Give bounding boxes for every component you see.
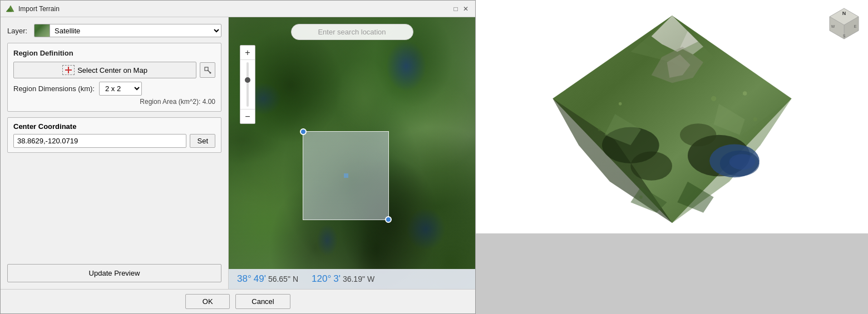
- select-center-label: Select Center on Map: [77, 66, 147, 74]
- layer-select-wrapper: Satellite: [34, 24, 221, 37]
- svg-point-22: [630, 152, 672, 181]
- select-center-row: Select Center on Map: [13, 62, 215, 78]
- coord-lon-deg: 120°: [312, 273, 331, 285]
- layer-thumbnail: [34, 24, 50, 37]
- center-coordinate-input[interactable]: [13, 134, 186, 148]
- coordinates-bar: 38° 49' 56.65" N 120° 3' 36.19" W: [229, 269, 475, 289]
- center-coordinate-section: Center Coordinate Set: [7, 117, 221, 153]
- region-area-text: Region Area (km^2): 4.00: [13, 98, 215, 106]
- terrain-svg: [527, 0, 817, 233]
- region-definition-section: Region Definition Select Center on Map: [7, 43, 221, 112]
- svg-text:E: E: [854, 24, 857, 28]
- left-panel: Layer: Satellite Region Definition: [1, 17, 229, 289]
- svg-text:S: S: [843, 34, 846, 38]
- region-dimensions-label: Region Dimensions (km):: [13, 84, 95, 93]
- zoom-controls: + −: [240, 45, 255, 124]
- coord-input-row: Set: [13, 134, 215, 148]
- zoom-in-button[interactable]: +: [240, 46, 255, 60]
- svg-point-26: [729, 154, 755, 170]
- map-panel[interactable]: Enter search location + − 38° 49' 56.6: [229, 17, 475, 289]
- coord-lon-dir: W: [367, 275, 374, 283]
- svg-point-38: [598, 128, 601, 132]
- nav-cube[interactable]: N S E W: [826, 6, 862, 42]
- dialog-body: Layer: Satellite Region Definition: [1, 17, 475, 289]
- center-coordinate-title: Center Coordinate: [13, 122, 215, 131]
- dialog-footer: OK Cancel: [1, 289, 475, 313]
- terrain-3d-preview: [527, 0, 817, 233]
- layer-select[interactable]: Satellite: [50, 25, 221, 37]
- svg-text:N: N: [842, 11, 846, 16]
- import-terrain-dialog: Import Terrain □ ✕ Layer: Satellite Reg: [0, 0, 476, 314]
- ok-button[interactable]: OK: [185, 294, 230, 309]
- title-controls: □ ✕: [452, 5, 470, 13]
- selection-rectangle[interactable]: [303, 131, 389, 220]
- cancel-button[interactable]: Cancel: [235, 294, 290, 309]
- layer-row: Layer: Satellite: [7, 24, 221, 37]
- update-preview-button[interactable]: Update Preview: [7, 264, 221, 282]
- svg-point-34: [742, 91, 746, 95]
- minimize-button[interactable]: □: [452, 5, 460, 13]
- zoom-slider-track: [246, 62, 249, 107]
- right-panel: N S E W: [476, 0, 868, 233]
- close-button[interactable]: ✕: [462, 5, 470, 13]
- zoom-slider-thumb[interactable]: [245, 77, 250, 83]
- select-center-button[interactable]: Select Center on Map: [13, 62, 196, 78]
- coord-lat-min: 49': [254, 273, 266, 285]
- svg-point-23: [680, 123, 716, 146]
- select-center-icon-wrapper: [62, 65, 75, 75]
- title-bar: Import Terrain □ ✕: [1, 1, 475, 17]
- svg-point-33: [618, 102, 622, 106]
- title-bar-left: Import Terrain: [6, 4, 60, 13]
- terrain-icon: [6, 4, 15, 13]
- zoom-region-icon: [204, 66, 211, 74]
- region-dimensions-row: Region Dimensions (km): 1 x 1 2 x 2 4 x …: [13, 82, 215, 96]
- layer-label: Layer:: [7, 27, 29, 35]
- selection-handle-bottomright[interactable]: [385, 216, 392, 223]
- crosshair-icon: [65, 67, 72, 73]
- set-button[interactable]: Set: [190, 134, 215, 148]
- coord-lon-min: 3': [333, 273, 341, 285]
- svg-point-35: [639, 196, 643, 199]
- svg-point-37: [753, 117, 757, 121]
- svg-point-36: [711, 96, 716, 101]
- coord-lon-sec: 36.19": [343, 275, 365, 283]
- coord-lat-sec: 56.65": [268, 275, 290, 283]
- region-dimensions-select[interactable]: 1 x 1 2 x 2 4 x 4 8 x 8 16 x 16: [99, 82, 142, 96]
- coord-lat-dir: N: [293, 275, 298, 283]
- svg-text:W: W: [831, 24, 835, 28]
- selection-center-marker: [344, 173, 348, 178]
- selection-handle-topleft[interactable]: [300, 128, 307, 135]
- zoom-to-region-button[interactable]: [200, 62, 215, 78]
- region-definition-title: Region Definition: [13, 49, 215, 57]
- window-title: Import Terrain: [18, 5, 60, 13]
- svg-point-4: [210, 72, 211, 74]
- coord-lat-deg: 38°: [237, 273, 251, 285]
- zoom-out-button[interactable]: −: [240, 109, 255, 123]
